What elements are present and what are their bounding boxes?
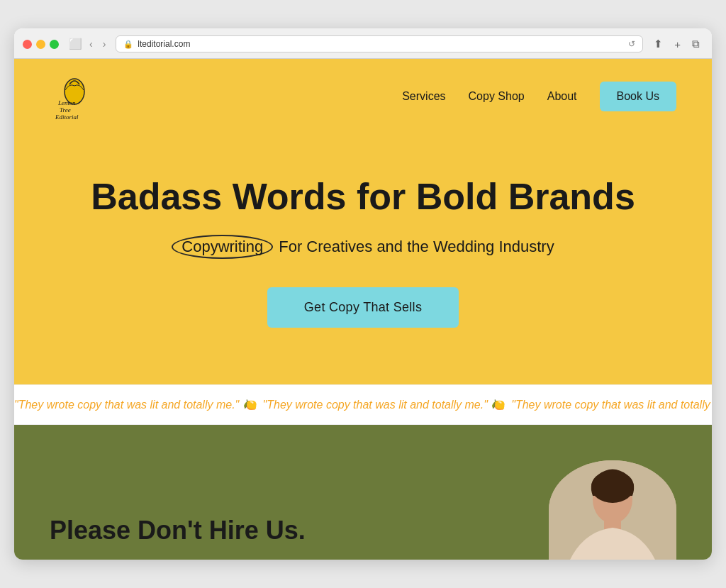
hero-title: Badass Words for Bold Brands bbox=[50, 177, 676, 217]
svg-text:Tree: Tree bbox=[60, 106, 71, 113]
cta-button[interactable]: Get Copy That Sells bbox=[267, 287, 459, 328]
forward-button[interactable]: › bbox=[100, 37, 109, 51]
logo-area: Lemon Tree Editorial bbox=[50, 72, 99, 121]
new-tab-button[interactable]: + bbox=[671, 37, 684, 52]
nav-copy-shop[interactable]: Copy Shop bbox=[469, 90, 525, 103]
navbar: Lemon Tree Editorial Services Copy Shop … bbox=[14, 59, 712, 134]
copywriting-highlight: Copywriting bbox=[172, 235, 273, 259]
svg-text:Editorial: Editorial bbox=[55, 113, 79, 121]
window-icon: ⬜ bbox=[69, 38, 82, 50]
browser-actions: ⬆ + ⧉ bbox=[650, 36, 703, 52]
please-dont-heading: Please Don't Hire Us. bbox=[50, 516, 306, 560]
share-button[interactable]: ⬆ bbox=[650, 36, 666, 52]
nav-about[interactable]: About bbox=[547, 90, 577, 103]
hero-section: Badass Words for Bold Brands Copywriting… bbox=[14, 134, 712, 384]
url-text: lteditorial.com bbox=[138, 39, 190, 49]
hero-subtitle: Copywriting For Creatives and the Weddin… bbox=[50, 235, 676, 259]
minimize-button[interactable] bbox=[36, 40, 45, 49]
address-bar[interactable]: 🔒 lteditorial.com ↺ bbox=[116, 35, 643, 52]
nav-links: Services Copy Shop About Book Us bbox=[402, 82, 676, 111]
marquee-strip: "They wrote copy that was lit and totall… bbox=[14, 384, 712, 425]
hero-subtitle-rest: For Creatives and the Wedding Industry bbox=[279, 238, 554, 256]
nav-services[interactable]: Services bbox=[402, 90, 445, 103]
browser-chrome: ⬜ ‹ › 🔒 lteditorial.com ↺ ⬆ + ⧉ bbox=[14, 28, 712, 59]
traffic-lights bbox=[23, 40, 59, 49]
maximize-button[interactable] bbox=[50, 40, 59, 49]
green-section: Please Don't Hire Us. bbox=[14, 425, 712, 560]
tabs-button[interactable]: ⧉ bbox=[688, 36, 703, 52]
back-button[interactable]: ‹ bbox=[86, 37, 96, 51]
person-image bbox=[549, 460, 676, 560]
marquee-text: "They wrote copy that was lit and totall… bbox=[14, 398, 712, 411]
browser-controls: ⬜ ‹ › bbox=[69, 37, 108, 51]
close-button[interactable] bbox=[23, 40, 32, 49]
browser-window: ⬜ ‹ › 🔒 lteditorial.com ↺ ⬆ + ⧉ bbox=[14, 28, 712, 559]
person-silhouette bbox=[549, 460, 676, 560]
book-us-button[interactable]: Book Us bbox=[600, 82, 676, 111]
logo-svg: Lemon Tree Editorial bbox=[50, 72, 99, 121]
site-content: Lemon Tree Editorial Services Copy Shop … bbox=[14, 59, 712, 559]
svg-text:Lemon: Lemon bbox=[57, 99, 76, 106]
security-icon: 🔒 bbox=[123, 40, 133, 49]
reload-button[interactable]: ↺ bbox=[628, 39, 635, 49]
